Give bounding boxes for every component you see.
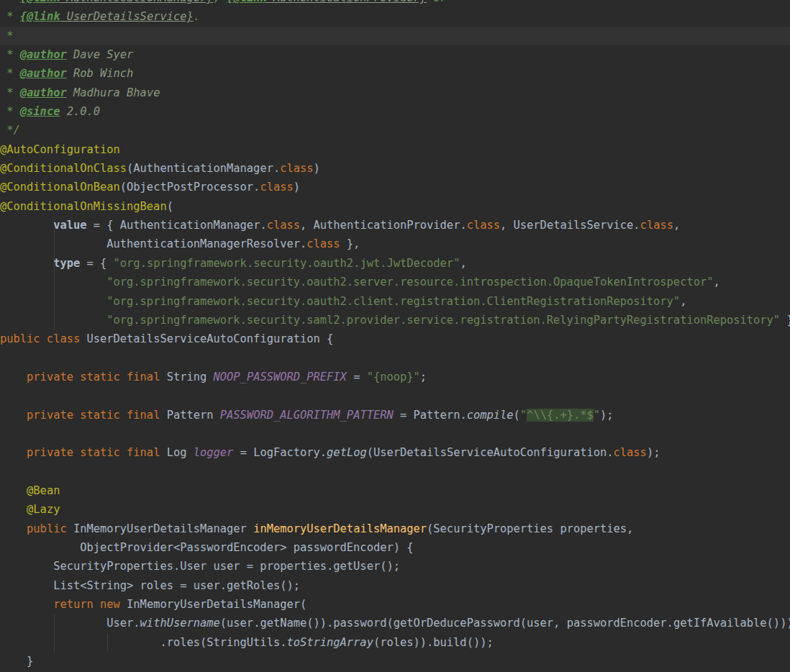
code-line[interactable]: private static final Log logger = LogFac… (0, 443, 790, 462)
code-token-plain: List<String> roles = user.getRoles(); (0, 579, 300, 592)
code-token-kw: private static final (27, 371, 160, 383)
code-token-doctag: {@link (20, 10, 60, 23)
code-token-docval: 2.0.0 (60, 105, 100, 118)
code-token-doc: * (0, 86, 20, 99)
code-token-plain: = (347, 371, 367, 383)
code-token-plain: InMemoryUserDetailsManager (67, 522, 253, 535)
code-token-doc: or (427, 0, 447, 4)
code-line[interactable]: AuthenticationManagerResolver.class }, (0, 235, 790, 253)
code-line[interactable] (0, 386, 790, 405)
code-token-plain: ); (600, 409, 614, 422)
code-token-plain: , (460, 257, 466, 270)
code-token-doctag: @author (20, 48, 67, 61)
code-line[interactable]: * @author Madhura Bhave (0, 83, 790, 102)
code-line[interactable]: * @since 2.0.0 (0, 102, 790, 121)
code-token-rex: ^\\{.+}.*$ (527, 409, 594, 422)
code-token-plain (0, 314, 106, 327)
code-token-doc: * (0, 67, 20, 80)
code-token-ann: @Bean (27, 484, 60, 497)
code-token-kw: class (614, 446, 647, 459)
code-line[interactable] (0, 463, 790, 481)
code-line[interactable]: private static final Pattern PASSWORD_AL… (0, 406, 790, 424)
code-token-plain: ObjectProvider<PasswordEncoder> password… (0, 541, 414, 554)
code-token-plain: = Pattern. (394, 409, 467, 422)
code-token-str: "org.springframework.security.oauth2.jwt… (114, 257, 460, 270)
code-line[interactable]: @Lazy (0, 500, 790, 519)
code-line[interactable]: @AutoConfiguration (0, 140, 790, 159)
code-token-smeth: toStringArray (286, 636, 373, 649)
code-token-plain (0, 484, 27, 497)
code-token-smeth: withUsername (140, 617, 220, 630)
code-line[interactable]: ObjectProvider<PasswordEncoder> password… (0, 538, 790, 557)
code-token-kw: private static final (27, 446, 160, 459)
code-token-docval: Dave Syer (67, 48, 134, 61)
code-token-plain: String (160, 371, 213, 383)
code-token-doc: * (0, 105, 20, 118)
code-line[interactable]: User.withUsername(user.getName()).passwo… (0, 614, 790, 632)
code-line-current[interactable]: * (0, 27, 790, 45)
code-line[interactable]: private static final String NOOP_PASSWOR… (0, 368, 790, 386)
code-token-doc: * (0, 10, 20, 23)
code-token-plain: } (0, 655, 33, 668)
code-token-plain: , (673, 219, 680, 232)
ide-editor-viewport: { "palette": { "background": "#2b2b2b", … (0, 0, 790, 672)
code-token-plain (0, 598, 53, 611)
code-line[interactable] (0, 424, 790, 443)
code-token-plain: , AuthenticationProvider. (300, 219, 467, 232)
code-token-plain (0, 276, 106, 289)
code-line[interactable]: "org.springframework.security.oauth2.cli… (0, 292, 790, 311)
code-line[interactable]: SecurityProperties.User user = propertie… (0, 557, 790, 576)
code-line[interactable]: type = { "org.springframework.security.o… (0, 254, 790, 273)
code-line[interactable]: * @author Dave Syer (0, 45, 790, 64)
code-token-attr: type (53, 257, 80, 270)
code-token-doctag: {@link (20, 0, 60, 4)
code-line[interactable]: @ConditionalOnBean(ObjectPostProcessor.c… (0, 178, 790, 196)
code-token-doctag: @author (20, 67, 67, 80)
code-line[interactable]: "org.springframework.security.oauth2.ser… (0, 273, 790, 291)
code-token-doc: * (0, 29, 14, 42)
code-line[interactable]: * {@link AuthenticationManager}, {@link … (0, 0, 790, 7)
code-token-doc: , (214, 0, 227, 4)
code-token-plain: Pattern (160, 409, 219, 422)
code-line[interactable]: public InMemoryUserDetailsManager inMemo… (0, 519, 790, 538)
code-token-str: "org.springframework.security.saml2.prov… (106, 314, 780, 327)
code-line[interactable]: public class UserDetailsServiceAutoConfi… (0, 330, 790, 348)
code-token-kw: return new (53, 598, 120, 611)
code-token-plain: User. (0, 617, 140, 630)
code-line[interactable]: return new InMemoryUserDetailsManager( (0, 595, 790, 614)
code-token-field: logger (194, 446, 234, 459)
code-token-docval: Madhura Bhave (67, 86, 160, 99)
code-token-plain: ( (167, 200, 173, 213)
code-line[interactable]: * @author Rob Winch (0, 64, 790, 83)
code-line[interactable]: @ConditionalOnMissingBean( (0, 197, 790, 216)
code-token-plain: = LogFactory. (233, 446, 327, 459)
code-token-kw: class (280, 162, 313, 175)
code-token-plain (0, 257, 53, 270)
code-line[interactable]: */ (0, 121, 790, 140)
code-token-plain (0, 409, 27, 422)
code-token-ann: @ConditionalOnClass (0, 162, 127, 175)
code-token-ann: @AutoConfiguration (0, 143, 120, 156)
code-token-smeth: compile (467, 409, 514, 422)
code-token-attr: value (53, 219, 86, 232)
code-token-plain: = { AuthenticationManager. (86, 219, 266, 232)
code-token-docval: Rob Winch (67, 67, 134, 80)
code-editor[interactable]: * {@link AuthenticationManager}, {@link … (0, 0, 790, 671)
code-line[interactable]: @ConditionalOnClass(AuthenticationManage… (0, 159, 790, 178)
code-token-plain: AuthenticationManagerResolver. (0, 237, 307, 250)
code-token-plain: InMemoryUserDetailsManager( (120, 598, 307, 611)
code-token-plain: .roles(StringUtils. (0, 636, 286, 649)
code-line[interactable]: @Bean (0, 481, 790, 500)
code-line[interactable]: "org.springframework.security.saml2.prov… (0, 311, 790, 330)
code-token-plain: SecurityProperties.User user = propertie… (0, 560, 400, 573)
code-line[interactable]: value = { AuthenticationManager.class, A… (0, 216, 790, 235)
code-token-kw: class (260, 181, 293, 194)
code-line[interactable]: * {@link UserDetailsService}. (0, 7, 790, 26)
code-line[interactable]: } (0, 652, 790, 671)
code-token-ann: @Lazy (27, 503, 60, 516)
code-token-str: "{noop}" (367, 371, 420, 383)
code-line[interactable]: .roles(StringUtils.toStringArray(roles))… (0, 633, 790, 652)
code-line[interactable]: List<String> roles = user.getRoles(); (0, 576, 790, 595)
code-line[interactable] (0, 349, 790, 368)
code-token-plain (0, 522, 27, 535)
